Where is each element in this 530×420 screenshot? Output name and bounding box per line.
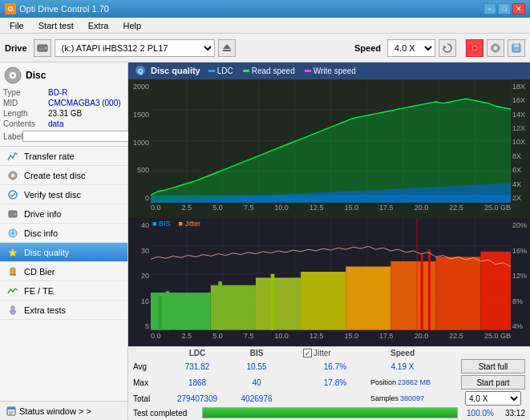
- drive-icon: [34, 39, 51, 57]
- svg-text:Q: Q: [138, 67, 143, 75]
- nav-disc-info-label: Disc info: [24, 228, 58, 238]
- extra-tests-icon: [6, 304, 19, 317]
- disc-type-value: BD-R: [48, 88, 124, 97]
- disc-type-label: Type: [3, 88, 48, 97]
- main-content: Disc Type BD-R MID CMCMAGBA3 (000) Lengt…: [0, 63, 530, 420]
- menu-extra[interactable]: Extra: [82, 19, 115, 32]
- status-row: Test completed 100.0% 33:12: [133, 407, 525, 418]
- max-ldc: 1868: [165, 378, 229, 387]
- svg-rect-75: [481, 252, 511, 330]
- chart-header: Q Disc quality LDC Read speed Write spee…: [128, 63, 530, 79]
- stats-max-row: Max 1868 40 17.8% Position 23862 MB Star…: [133, 375, 525, 390]
- menu-help[interactable]: Help: [116, 19, 148, 32]
- col-speed-header: Speed: [370, 349, 435, 357]
- disc-quality-icon: [6, 246, 19, 259]
- start-part-button[interactable]: Start part: [461, 375, 525, 390]
- svg-rect-74: [435, 257, 480, 330]
- nav-drive-info-label: Drive info: [24, 209, 61, 219]
- nav-disc-quality[interactable]: Disc quality: [0, 243, 127, 262]
- eject-button[interactable]: [218, 39, 236, 57]
- burn-button[interactable]: [466, 39, 483, 57]
- bottom-chart-plot: [151, 218, 511, 330]
- total-ldc: 279407309: [165, 394, 229, 403]
- svg-point-1: [44, 46, 47, 50]
- transfer-rate-icon: [6, 150, 19, 163]
- disc-image-icon: [3, 66, 22, 85]
- top-chart-plot: [151, 79, 511, 203]
- svg-rect-81: [428, 249, 431, 330]
- jitter-checkbox[interactable]: ✓: [303, 349, 312, 357]
- top-chart-y-left: 2000 1500 1000 500 0: [128, 79, 151, 203]
- top-chart-y-right: 18X 16X 14X 12X 10X 8X 6X 4X 2X: [511, 79, 530, 203]
- nav-create-test-disc-label: Create test disc: [24, 171, 85, 180]
- status-window-label: Status window > >: [19, 406, 91, 416]
- disc-mid-field: MID CMCMAGBA3 (000): [3, 99, 124, 107]
- samples-label: Samples: [370, 394, 399, 402]
- svg-point-18: [11, 174, 14, 177]
- svg-rect-78: [218, 281, 222, 330]
- menu-bar: File Start test Extra Help: [0, 18, 530, 34]
- disc-contents-value: data: [48, 119, 124, 128]
- status-window-button[interactable]: Status window > >: [0, 401, 127, 420]
- disc-length-label: Length: [3, 109, 48, 118]
- position-value: 23862 MB: [398, 378, 431, 386]
- svg-marker-5: [443, 46, 447, 49]
- menu-file[interactable]: File: [3, 19, 30, 32]
- save-button[interactable]: [508, 39, 525, 57]
- nav-transfer-rate[interactable]: Transfer rate: [0, 147, 127, 166]
- minimize-button[interactable]: −: [483, 3, 496, 14]
- sidebar: Disc Type BD-R MID CMCMAGBA3 (000) Lengt…: [0, 63, 128, 420]
- drive-select[interactable]: (k:) ATAPI iHBS312 2 PL17: [55, 39, 215, 57]
- disc-label: Disc: [26, 70, 46, 81]
- svg-rect-4: [223, 50, 231, 51]
- drive-info-icon: [6, 208, 19, 220]
- disc-contents-field: Contents data: [3, 119, 124, 128]
- disc-label-name: Label: [3, 132, 22, 141]
- title-bar-left: O Opti Drive Control 1.70: [5, 3, 109, 14]
- nav-verify-test-disc[interactable]: Verify test disc: [0, 185, 127, 204]
- disc-mid-label: MID: [3, 99, 48, 107]
- nav-create-test-disc[interactable]: Create test disc: [0, 166, 127, 185]
- nav-disc-quality-label: Disc quality: [24, 248, 69, 257]
- svg-rect-11: [514, 44, 519, 47]
- disc-type-field: Type BD-R: [3, 88, 124, 97]
- ldc-color: [208, 70, 215, 72]
- speed-select-container: 4.0 X: [461, 391, 525, 406]
- create-test-disc-icon: [6, 169, 19, 182]
- disc-button[interactable]: [487, 39, 504, 57]
- speed-select-row: Position 23862 MB: [370, 378, 435, 386]
- nav-disc-info[interactable]: i Disc info: [0, 224, 127, 243]
- speed-select[interactable]: 4.0 X: [387, 39, 435, 57]
- disc-label-input[interactable]: [22, 131, 129, 142]
- status-text: Test completed: [133, 409, 197, 418]
- nav-extra-tests[interactable]: Extra tests: [0, 301, 127, 320]
- maximize-button[interactable]: □: [498, 3, 511, 14]
- speed-dropdown[interactable]: 4.0 X: [465, 391, 521, 406]
- bottom-chart: ■ BIS ■ Jitter 40 30 20 10 5 20% 16% 12%…: [128, 218, 530, 346]
- write-speed-color: [305, 70, 311, 72]
- samples-value: 380097: [400, 394, 424, 402]
- disc-header: Disc: [3, 66, 124, 85]
- nav-fe-te[interactable]: FE / TE: [0, 281, 127, 301]
- chart-icon: Q: [135, 65, 146, 76]
- refresh-button[interactable]: [439, 39, 456, 57]
- nav-verify-test-disc-label: Verify test disc: [24, 190, 81, 200]
- stats-avg-row: Avg 731.82 10.55 16.7% 4.19 X Start full: [133, 359, 525, 374]
- nav-cd-bier[interactable]: CD Bier: [0, 262, 127, 281]
- disc-info-icon: i: [6, 227, 19, 240]
- svg-rect-26: [10, 268, 15, 275]
- avg-ldc: 731.82: [165, 362, 229, 371]
- svg-point-15: [12, 75, 14, 77]
- svg-rect-77: [166, 292, 170, 330]
- nav-drive-info[interactable]: Drive info: [0, 204, 127, 224]
- toolbar: Drive (k:) ATAPI iHBS312 2 PL17 Speed 4.…: [0, 34, 530, 63]
- jitter-check-area: ✓ Jitter: [303, 349, 367, 357]
- status-window-icon: [6, 406, 16, 416]
- svg-marker-25: [9, 248, 17, 256]
- start-full-button[interactable]: Start full: [461, 359, 525, 374]
- close-button[interactable]: ✕: [512, 3, 525, 14]
- col-bis-header: BIS: [233, 349, 281, 357]
- menu-start-test[interactable]: Start test: [32, 19, 80, 32]
- avg-bis: 10.55: [233, 362, 281, 371]
- svg-rect-12: [514, 49, 519, 51]
